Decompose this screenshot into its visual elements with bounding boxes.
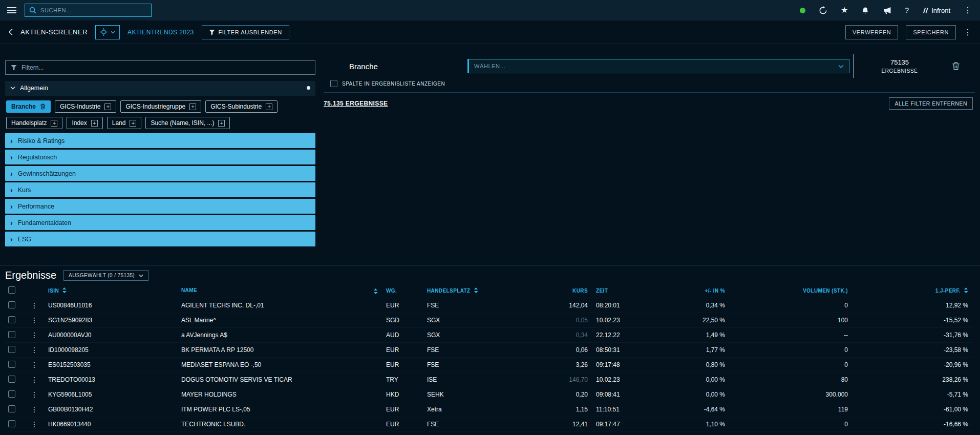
delete-filter-button[interactable] (952, 61, 960, 71)
refresh-icon[interactable] (819, 6, 827, 15)
chevron-down-icon (10, 86, 15, 90)
column-header-zeit[interactable]: ZEIT (592, 285, 670, 298)
cell-isin: KYG5906L1005 (44, 387, 177, 402)
row-checkbox[interactable] (8, 361, 15, 368)
section-kurs[interactable]: › Kurs (5, 182, 315, 197)
section-risiko-ratings[interactable]: › Risiko & Ratings (5, 133, 315, 148)
row-menu-icon[interactable]: ⋮ (27, 358, 44, 372)
show-column-checkbox[interactable] (330, 80, 337, 87)
chip-suche[interactable]: Suche (Name, ISIN, ...) + (145, 117, 230, 129)
back-button[interactable] (8, 28, 13, 36)
row-checkbox[interactable] (8, 331, 15, 338)
remove-all-filters-button[interactable]: ALLE FILTER ENTFERNEN (889, 97, 973, 110)
column-header-wg[interactable]: WG. (382, 285, 423, 298)
cell-1y-performance: -20,96 % (852, 358, 972, 372)
cell-1y-performance: 238,26 % (852, 372, 972, 387)
table-row[interactable]: ⋮ KYG5906L1005 MAYER HOLDINGS HKD SEHK 0… (5, 387, 972, 402)
chip-gics-subindustrie[interactable]: GICS-Subindustrie + (205, 100, 278, 113)
section-esg[interactable]: › ESG (5, 232, 315, 246)
table-row[interactable]: ⋮ GB00B0130H42 ITM POWER PLC LS-,05 EUR … (5, 402, 972, 417)
target-icon (100, 28, 108, 36)
table-row[interactable]: ⋮ SG1N25909283 ASL Marine^ SGD SGX 0,05 … (5, 313, 972, 328)
table-row[interactable]: ⋮ ES0152503035 MEDIASET ESPANA EO -,50 E… (5, 358, 972, 372)
row-checkbox[interactable] (8, 346, 15, 353)
section-allgemein-header[interactable]: Allgemein (5, 81, 315, 95)
sort-icon[interactable] (964, 287, 968, 293)
row-menu-icon[interactable]: ⋮ (27, 298, 44, 313)
select-all-checkbox[interactable] (8, 286, 15, 294)
cell-isin: US00846U1016 (44, 298, 177, 313)
sort-icon[interactable] (474, 287, 478, 293)
column-header-name[interactable]: NAME (177, 285, 382, 298)
hide-filters-button[interactable]: FILTER AUSBLENDEN (202, 25, 289, 39)
row-checkbox[interactable] (8, 301, 15, 308)
column-label: +/- IN % (705, 288, 725, 294)
discard-button[interactable]: VERWERFEN (845, 25, 898, 39)
topbar-overflow-menu-icon[interactable]: ⋮ (964, 6, 972, 14)
column-header-volumen[interactable]: VOLUMEN (STK.) (729, 285, 852, 298)
sort-icon[interactable] (373, 288, 378, 294)
results-summary-link[interactable]: 75.135 ERGEBNISSE (324, 100, 388, 107)
announcements-megaphone-icon[interactable] (883, 7, 891, 14)
section-performance[interactable]: › Performance (5, 199, 315, 214)
sort-icon[interactable] (62, 287, 67, 293)
column-header-perf[interactable]: 1.J-PERF. (852, 285, 972, 298)
section-fundamentaldaten[interactable]: › Fundamentaldaten (5, 215, 315, 230)
column-header-kurs[interactable]: KURS (535, 285, 592, 298)
cell-volume: 0 (729, 298, 852, 313)
section-gewinnschaetzungen[interactable]: › Gewinnschätzungen (5, 166, 315, 181)
hamburger-menu-icon[interactable] (7, 6, 16, 15)
filter-search[interactable] (5, 60, 315, 75)
row-checkbox[interactable] (8, 376, 15, 383)
screener-template-link[interactable]: AKTIENTRENDS 2023 (127, 29, 194, 36)
selection-dropdown-button[interactable]: AUSGEWÄHLT (0 / 75135) (63, 270, 148, 281)
save-button[interactable]: SPEICHERN (906, 25, 956, 39)
cell-name: MAYER HOLDINGS (177, 387, 382, 402)
filter-search-input[interactable] (22, 64, 310, 71)
table-row[interactable]: ⋮ TREDOTO00013 DOGUS OTOMOTIV SERVIS VE … (5, 372, 972, 387)
cell-price: 0,34 (535, 328, 592, 343)
toolbar-overflow-menu-icon[interactable]: ⋮ (964, 28, 972, 36)
favorites-star-icon[interactable]: ★ (841, 6, 848, 14)
row-checkbox[interactable] (8, 390, 15, 398)
link-target-button[interactable] (95, 25, 120, 39)
column-header-change[interactable]: +/- IN % (670, 285, 729, 298)
notifications-bell-icon[interactable] (861, 7, 869, 14)
cell-isin: TREDOTO00013 (44, 372, 177, 387)
help-icon[interactable]: ? (905, 7, 909, 14)
row-menu-icon[interactable]: ⋮ (27, 328, 44, 343)
chip-branche[interactable]: Branche (6, 100, 51, 113)
row-menu-icon[interactable]: ⋮ (27, 402, 44, 417)
row-menu-icon[interactable]: ⋮ (27, 343, 44, 358)
row-menu-icon[interactable]: ⋮ (27, 417, 44, 432)
table-row[interactable]: ⋮ US00846U1016 AGILENT TECHS INC. DL-,01… (5, 298, 972, 313)
chip-index[interactable]: Index + (67, 117, 102, 129)
column-header-isin[interactable]: ISIN (44, 285, 177, 298)
row-checkbox[interactable] (8, 316, 15, 323)
global-search-input[interactable] (40, 7, 147, 13)
row-checkbox[interactable] (8, 420, 15, 427)
table-row[interactable]: ⋮ ID1000098205 BK PERMATA A RP 12500 EUR… (5, 343, 972, 358)
table-row[interactable]: ⋮ HK0669013440 TECHTRONIC I.SUBD. EUR FS… (5, 417, 972, 432)
row-checkbox[interactable] (8, 405, 15, 412)
chip-gics-industriegruppe[interactable]: GICS-Industriegruppe + (120, 100, 201, 113)
remove-filter-trash-icon[interactable] (40, 103, 46, 110)
chip-handelsplatz[interactable]: Handelsplatz + (6, 117, 62, 129)
cell-exchange: Xetra (423, 402, 535, 417)
results-section: Ergebnisse AUSGEWÄHLT (0 / 75135) ISIN N… (0, 265, 980, 432)
row-menu-icon[interactable]: ⋮ (27, 313, 44, 328)
section-regulatorisch[interactable]: › Regulatorisch (5, 150, 315, 164)
chip-land[interactable]: Land + (107, 117, 142, 129)
row-menu-icon[interactable]: ⋮ (27, 387, 44, 402)
row-menu-icon[interactable]: ⋮ (27, 372, 44, 387)
results-title: Ergebnisse (5, 270, 56, 281)
column-header-handelsplatz[interactable]: HANDELSPLATZ (423, 285, 535, 298)
global-search[interactable] (25, 4, 152, 17)
table-row[interactable]: ⋮ AU000000AVJ0 a AVJennings A$ AUD SGX 0… (5, 328, 972, 343)
chip-label: GICS-Industrie (60, 103, 100, 110)
cell-name: TECHTRONIC I.SUBD. (177, 417, 382, 432)
cell-isin: AU000000AVJ0 (44, 328, 177, 343)
branche-select[interactable]: WÄHLEN... (467, 59, 849, 73)
chip-gics-industrie[interactable]: GICS-Industrie + (55, 100, 116, 113)
filter-panel: Allgemein Branche GICS-Industrie + GICS-… (5, 50, 315, 265)
